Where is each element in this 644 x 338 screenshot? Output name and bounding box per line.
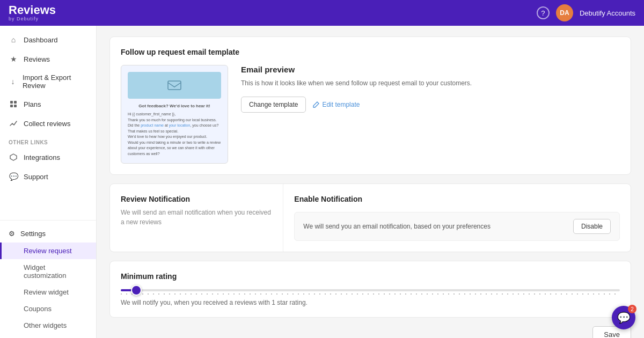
main-content: Follow up request email template Got fee… — [97, 26, 644, 338]
email-banner-image — [128, 72, 221, 99]
email-line3: Did the product name at your location, y… — [128, 123, 221, 129]
notification-right: Enable Notification We will send you an … — [283, 184, 631, 252]
sidebar-item-plans[interactable]: Plans — [0, 94, 96, 114]
sub-item-review-request[interactable]: Review request — [0, 243, 96, 259]
chat-badge: 2 — [628, 305, 636, 313]
sidebar-item-label: Collect reviews — [24, 120, 70, 128]
sidebar-item-label: Reviews — [24, 55, 50, 63]
notification-left-title: Review Notification — [121, 195, 272, 203]
chat-bubble[interactable]: 💬 2 — [612, 306, 635, 329]
minimum-rating-title: Minimum rating — [121, 272, 620, 281]
header-right: ? DA Debutify Accounts — [537, 4, 635, 21]
help-icon[interactable]: ? — [537, 6, 550, 19]
email-line1: Hi {{ customer_first_name }}, — [128, 112, 221, 117]
notification-text: We will send you an email notification, … — [303, 223, 491, 230]
star-icon: ★ — [9, 54, 18, 64]
sidebar-item-label: Integrations — [24, 153, 60, 161]
email-text-preview: Got feedback? We'd love to hear it! Hi {… — [128, 103, 221, 157]
settings-header[interactable]: ⚙ Settings — [0, 225, 96, 243]
logo-title: Reviews — [9, 4, 56, 16]
support-icon: 💬 — [9, 172, 18, 181]
home-icon: ⌂ — [9, 35, 18, 45]
notification-left: Review Notification We will send an emai… — [110, 184, 283, 252]
collect-icon — [9, 119, 18, 128]
svg-rect-3 — [14, 105, 17, 107]
logo-subtitle: by Debutify — [9, 16, 56, 21]
sidebar-item-import-export[interactable]: ↓ Import & Export Review — [0, 69, 96, 94]
email-line2: Thank you so much for supporting our loc… — [128, 117, 221, 123]
account-name: Debutify Accounts — [580, 9, 635, 17]
header: Reviews by Debutify ? DA Debutify Accoun… — [0, 0, 644, 26]
save-footer: Save — [109, 326, 631, 338]
enable-notification-title: Enable Notification — [294, 195, 620, 203]
plans-icon — [9, 99, 18, 109]
sidebar-item-label: Plans — [24, 100, 41, 108]
email-preview-title: Email preview — [241, 65, 620, 74]
notification-row: We will send you an email notification, … — [294, 212, 620, 241]
email-heading-text: Got feedback? We'd love to hear it! — [128, 103, 221, 109]
avatar: DA — [556, 4, 573, 21]
sidebar-item-collect-reviews[interactable]: Collect reviews — [0, 114, 96, 133]
email-actions: Change template Edit template — [241, 97, 620, 113]
svg-marker-4 — [10, 154, 17, 160]
chat-icon: 💬 — [617, 311, 631, 324]
sub-item-label: Other widgets — [24, 321, 67, 329]
svg-rect-2 — [10, 105, 13, 107]
sidebar-item-reviews[interactable]: ★ Reviews — [0, 49, 96, 69]
layout: ⌂ Dashboard ★ Reviews ↓ Import & Export … — [0, 26, 644, 338]
email-preview-info: Email preview This is how it looks like … — [241, 65, 620, 113]
sidebar-settings: ⚙ Settings Review request Widget customi… — [0, 220, 96, 338]
sidebar-item-support[interactable]: 💬 Support — [0, 167, 96, 186]
email-template-title: Follow up request email template — [121, 48, 620, 56]
email-template-card: Follow up request email template Got fee… — [109, 36, 631, 175]
change-template-button[interactable]: Change template — [241, 97, 306, 113]
other-links-label: OTHER LINKS — [0, 133, 96, 148]
sub-item-label: Widget customization — [24, 263, 66, 280]
email-preview-thumbnail: Got feedback? We'd love to hear it! Hi {… — [121, 65, 228, 164]
sidebar-nav: ⌂ Dashboard ★ Reviews ↓ Import & Export … — [0, 26, 96, 220]
sub-item-review-widget[interactable]: Review widget — [0, 284, 96, 300]
notification-left-desc: We will send an email notification when … — [121, 208, 272, 227]
sub-item-label: Review widget — [24, 288, 69, 296]
sub-item-coupons[interactable]: Coupons — [0, 300, 96, 317]
svg-rect-1 — [14, 101, 17, 104]
logo: Reviews by Debutify — [9, 4, 56, 21]
email-line6: Would you mind taking a minute or two to… — [128, 140, 221, 157]
sub-item-label: Coupons — [24, 305, 52, 313]
svg-rect-0 — [10, 101, 13, 104]
email-template-body: Got feedback? We'd love to hear it! Hi {… — [121, 65, 620, 164]
sidebar-item-integrations[interactable]: Integrations — [0, 148, 96, 167]
disable-button[interactable]: Disable — [573, 219, 611, 234]
integrations-icon — [9, 152, 18, 162]
notification-card: Review Notification We will send an emai… — [109, 183, 631, 252]
sub-item-label: Review request — [24, 247, 72, 255]
sidebar-item-dashboard[interactable]: ⌂ Dashboard — [0, 30, 96, 49]
sidebar-item-label: Import & Export Review — [23, 74, 87, 90]
settings-icon: ⚙ — [9, 230, 15, 238]
svg-rect-5 — [168, 81, 181, 90]
sidebar-item-label: Support — [24, 173, 48, 181]
email-preview-desc: This is how it looks like when we send f… — [241, 78, 620, 88]
edit-template-label: Edit template — [322, 101, 360, 108]
email-line4: That makes us feel so special. — [128, 129, 221, 135]
email-line5: We'd love to hear how you enjoyed our pr… — [128, 134, 221, 140]
sub-item-other-widgets[interactable]: Other widgets — [0, 317, 96, 334]
sidebar-item-label: Dashboard — [24, 36, 58, 44]
sidebar: ⌂ Dashboard ★ Reviews ↓ Import & Export … — [0, 26, 97, 338]
sub-item-widget-customization[interactable]: Widget customization — [0, 259, 96, 284]
edit-template-button[interactable]: Edit template — [312, 101, 360, 108]
rating-description: We will notify you, when you received a … — [121, 299, 620, 306]
minimum-rating-card: Minimum rating We will notify you, when … — [109, 261, 631, 318]
settings-label: Settings — [20, 230, 46, 238]
import-icon: ↓ — [9, 77, 17, 86]
